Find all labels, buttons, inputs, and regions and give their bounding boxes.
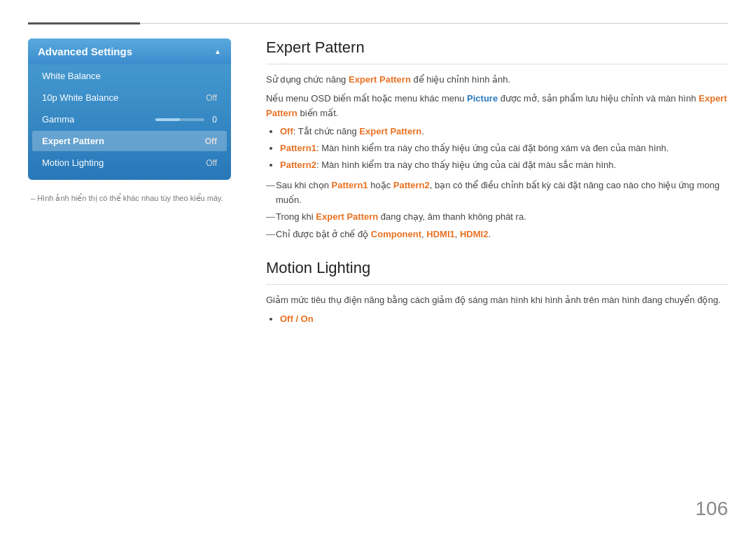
right-content: Expert Pattern Sử dụng chức năng Expert … xyxy=(266,38,728,332)
menu-title-label: Advanced Settings xyxy=(38,45,132,57)
highlight-expert-pattern-1: Expert Pattern xyxy=(349,74,411,85)
top-line-light xyxy=(140,23,728,24)
bullet-pattern1: Pattern1: Màn hình kiểm tra này cho thấy… xyxy=(280,141,728,156)
top-decorative-line xyxy=(28,22,728,24)
bullet-off-on-label: Off / On xyxy=(280,314,314,324)
top-line-dark xyxy=(28,22,140,24)
menu-item-label: Expert Pattern xyxy=(42,136,104,146)
expert-pattern-para2: Nếu menu OSD biến mất hoặc menu khác men… xyxy=(266,92,728,121)
bullet-pattern2-label: Pattern2 xyxy=(280,160,316,170)
menu-item-label: 10p White Balance xyxy=(42,92,118,103)
dash-item-3: Chỉ được bật ở chế độ Component, HDMI1, … xyxy=(266,227,728,242)
bullet-off-on: Off / On xyxy=(280,312,728,327)
dash3-component: Component xyxy=(371,229,421,239)
menu-item-gamma[interactable]: Gamma 0 xyxy=(32,109,227,129)
menu-item-value: Off xyxy=(206,93,217,103)
expert-pattern-bullets: Off: Tắt chức năng Expert Pattern. Patte… xyxy=(280,125,728,172)
menu-item-10p-white-balance[interactable]: 10p White Balance Off xyxy=(32,87,227,108)
menu-item-expert-pattern[interactable]: Expert Pattern Off xyxy=(32,131,227,151)
highlight-picture: Picture xyxy=(467,93,498,104)
motion-lighting-bullets: Off / On xyxy=(280,312,728,327)
expert-pattern-para1: Sử dụng chức năng Expert Pattern để hiệu… xyxy=(266,73,728,87)
motion-lighting-divider xyxy=(266,284,728,285)
menu-item-white-balance[interactable]: White Balance xyxy=(32,66,227,86)
bullet-off: Off: Tắt chức năng Expert Pattern. xyxy=(280,125,728,139)
menu-item-motion-lighting[interactable]: Motion Lighting Off xyxy=(32,153,227,173)
dash3-hdmi2: HDMI2 xyxy=(460,229,488,239)
left-panel: Advanced Settings ▲ White Balance 10p Wh… xyxy=(28,38,231,203)
dash-item-1: Sau khi chọn Pattern1 hoặc Pattern2, bạn… xyxy=(266,178,728,208)
dash2-expert-pattern: Expert Pattern xyxy=(316,211,378,222)
menu-item-value: Off xyxy=(206,158,217,168)
bullet-off-label: Off xyxy=(280,126,293,136)
menu-item-label: White Balance xyxy=(42,71,101,81)
page-number: 106 xyxy=(695,498,728,520)
advanced-settings-menu: Advanced Settings ▲ White Balance 10p Wh… xyxy=(28,38,231,180)
dash1-pattern2: Pattern2 xyxy=(393,180,430,190)
gamma-slider-fill xyxy=(155,118,180,121)
dash3-hdmi1: HDMI1 xyxy=(426,229,454,239)
dash-item-2: Trong khi Expert Pattern đang chạy, âm t… xyxy=(266,210,728,225)
left-note: – Hình ảnh hiển thị có thể khác nhau tùy… xyxy=(28,194,231,203)
expert-pattern-title: Expert Pattern xyxy=(266,38,728,57)
left-note-text: – Hình ảnh hiển thị có thể khác nhau tùy… xyxy=(31,194,223,202)
menu-item-label: Motion Lighting xyxy=(42,157,104,168)
menu-item-value: Off xyxy=(205,136,217,146)
motion-lighting-section: Motion Lighting Giảm mức tiêu thụ điện n… xyxy=(266,259,728,327)
motion-lighting-para: Giảm mức tiêu thụ điện năng bằng cách gi… xyxy=(266,293,728,308)
gamma-slider[interactable] xyxy=(155,118,204,121)
motion-lighting-title: Motion Lighting xyxy=(266,259,728,277)
dash1-pattern1: Pattern1 xyxy=(332,180,368,190)
bullet-pattern1-label: Pattern1 xyxy=(280,143,316,153)
gamma-label: Gamma xyxy=(42,114,74,125)
bullet-pattern2: Pattern2: Màn hình kiểm tra này cho thấy… xyxy=(280,158,728,173)
bullet-off-highlight: Expert Pattern xyxy=(359,126,421,136)
menu-title: Advanced Settings ▲ xyxy=(28,38,231,64)
menu-title-arrow: ▲ xyxy=(214,48,221,55)
expert-pattern-divider xyxy=(266,64,728,64)
gamma-value: 0 xyxy=(209,115,217,125)
gamma-slider-container: 0 xyxy=(155,115,217,125)
